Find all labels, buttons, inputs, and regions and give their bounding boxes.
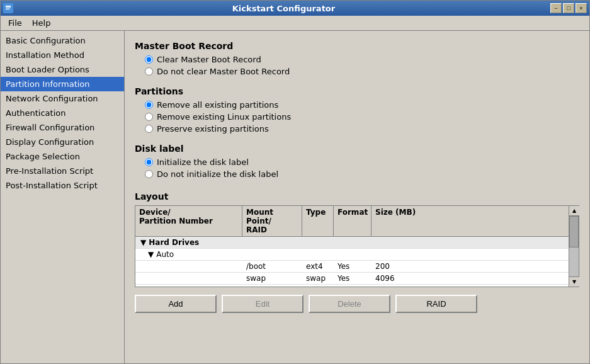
raid-button[interactable]: RAID [395, 295, 477, 313]
radio-no-init-disk-input[interactable] [145, 170, 153, 178]
scroll-thumb[interactable] [569, 216, 579, 247]
hard-drives-format [334, 237, 372, 248]
sidebar-item-basic-configuration[interactable]: Basic Configuration [1, 33, 124, 48]
radio-clear-mbr[interactable]: Clear Master Boot Record [145, 55, 579, 64]
hard-drives-type [302, 237, 334, 248]
radio-clear-mbr-input[interactable] [145, 55, 153, 64]
radio-remove-linux-label: Remove existing Linux partitions [157, 112, 291, 122]
auto-label: Auto [156, 250, 174, 259]
sidebar-item-partition-information[interactable]: Partition Information [1, 77, 124, 91]
maximize-button[interactable]: □ [563, 3, 574, 13]
table-body: ▼ Hard Drives ▼ Auto [135, 237, 579, 297]
menu-bar: File Help [1, 16, 589, 31]
sidebar: Basic Configuration Installation Method … [1, 31, 125, 363]
layout-title: Layout [135, 191, 579, 202]
table-header: Device/Partition Number Mount Point/RAID… [135, 206, 579, 237]
scroll-up-btn[interactable]: ▲ [569, 206, 579, 216]
hard-drives-size [372, 237, 422, 248]
svg-rect-2 [6, 8, 11, 8]
app-icon [3, 3, 13, 13]
sidebar-item-pre-installation-script[interactable]: Pre-Installation Script [1, 164, 124, 178]
hard-drives-mount [242, 237, 302, 248]
scroll-track [569, 216, 579, 276]
radio-preserve-label: Preserve existing partitions [157, 124, 269, 134]
boot-device [135, 261, 242, 272]
radio-no-init-disk[interactable]: Do not initialize the disk label [145, 169, 579, 179]
title-bar: Kickstart Configurator − □ × [1, 1, 589, 16]
radio-no-init-disk-label: Do not initialize the disk label [157, 169, 278, 179]
main-panel: Master Boot Record Clear Master Boot Rec… [125, 31, 589, 363]
edit-button[interactable]: Edit [222, 295, 304, 313]
swap-mount: swap [242, 273, 302, 284]
sidebar-item-display-configuration[interactable]: Display Configuration [1, 135, 124, 149]
table-row-auto: ▼ Auto [135, 249, 569, 261]
table-row-boot[interactable]: /boot ext4 Yes 200 [135, 261, 569, 273]
auto-type [302, 249, 334, 260]
sidebar-item-installation-method[interactable]: Installation Method [1, 48, 124, 62]
col-size: Size (MB) [372, 206, 422, 236]
radio-remove-linux[interactable]: Remove existing Linux partitions [145, 112, 579, 122]
disk-label-title: Disk label [135, 144, 579, 154]
radio-init-disk[interactable]: Initialize the disk label [145, 157, 579, 167]
auto-cell: ▼ Auto [135, 249, 242, 260]
sidebar-item-post-installation-script[interactable]: Post-Installation Script [1, 178, 124, 193]
layout-table-wrapper: Device/Partition Number Mount Point/RAID… [135, 205, 579, 287]
radio-no-clear-mbr[interactable]: Do not clear Master Boot Record [145, 67, 579, 76]
swap-type: swap [302, 273, 334, 284]
sidebar-item-boot-loader-options[interactable]: Boot Loader Options [1, 62, 124, 77]
col-format: Format [334, 206, 372, 236]
window-title: Kickstart Configurator [17, 4, 550, 13]
window-controls: − □ × [550, 3, 589, 13]
radio-remove-all[interactable]: Remove all existing partitions [145, 100, 579, 110]
radio-remove-all-label: Remove all existing partitions [157, 100, 278, 110]
boot-size: 200 [372, 261, 422, 272]
close-button[interactable]: × [576, 3, 587, 13]
swap-size: 4096 [372, 273, 422, 284]
col-device: Device/Partition Number [135, 206, 242, 236]
sidebar-item-authentication[interactable]: Authentication [1, 106, 124, 120]
delete-button[interactable]: Delete [309, 295, 390, 313]
hard-drives-label: Hard Drives [149, 238, 199, 247]
col-type: Type [302, 206, 334, 236]
svg-rect-1 [6, 6, 11, 7]
auto-format [334, 249, 372, 260]
scroll-down-btn[interactable]: ▼ [569, 276, 579, 287]
boot-mount: /boot [242, 261, 302, 272]
radio-remove-linux-input[interactable] [145, 113, 153, 121]
content-area: Basic Configuration Installation Method … [1, 31, 589, 363]
auto-size [372, 249, 422, 260]
layout-section: Layout Device/Partition Number Mount Poi… [135, 189, 579, 287]
mbr-section: Master Boot Record Clear Master Boot Rec… [135, 38, 579, 79]
scrollbar: ▲ ▼ [569, 206, 579, 287]
add-button[interactable]: Add [135, 295, 217, 313]
radio-no-clear-mbr-label: Do not clear Master Boot Record [157, 67, 290, 76]
sidebar-item-firewall-configuration[interactable]: Firewall Configuration [1, 120, 124, 135]
table-row-hard-drives: ▼ Hard Drives [135, 237, 569, 249]
sidebar-item-package-selection[interactable]: Package Selection [1, 149, 124, 164]
partitions-title: Partitions [135, 86, 579, 96]
radio-preserve[interactable]: Preserve existing partitions [145, 124, 579, 134]
partitions-section: Partitions Remove all existing partition… [135, 84, 579, 136]
action-buttons: Add Edit Delete RAID [135, 295, 579, 313]
boot-format: Yes [334, 261, 372, 272]
table-row-swap[interactable]: swap swap Yes 4096 [135, 273, 569, 285]
menu-file[interactable]: File [3, 17, 27, 29]
radio-clear-mbr-label: Clear Master Boot Record [157, 55, 261, 64]
title-bar-left [1, 3, 17, 13]
swap-format: Yes [334, 273, 372, 284]
minimize-button[interactable]: − [550, 3, 562, 13]
svg-rect-3 [6, 9, 9, 9]
collapse-icon: ▼ [140, 238, 146, 247]
sidebar-item-network-configuration[interactable]: Network Configuration [1, 91, 124, 106]
radio-init-disk-label: Initialize the disk label [157, 157, 249, 167]
radio-init-disk-input[interactable] [145, 158, 153, 166]
menu-help[interactable]: Help [27, 17, 56, 29]
swap-device [135, 273, 242, 284]
radio-preserve-input[interactable] [145, 125, 153, 133]
radio-remove-all-input[interactable] [145, 101, 153, 109]
boot-type: ext4 [302, 261, 334, 272]
auto-mount [242, 249, 302, 260]
col-mount: Mount Point/RAID [242, 206, 302, 236]
radio-no-clear-mbr-input[interactable] [145, 67, 153, 76]
hard-drives-cell: ▼ Hard Drives [135, 237, 242, 248]
